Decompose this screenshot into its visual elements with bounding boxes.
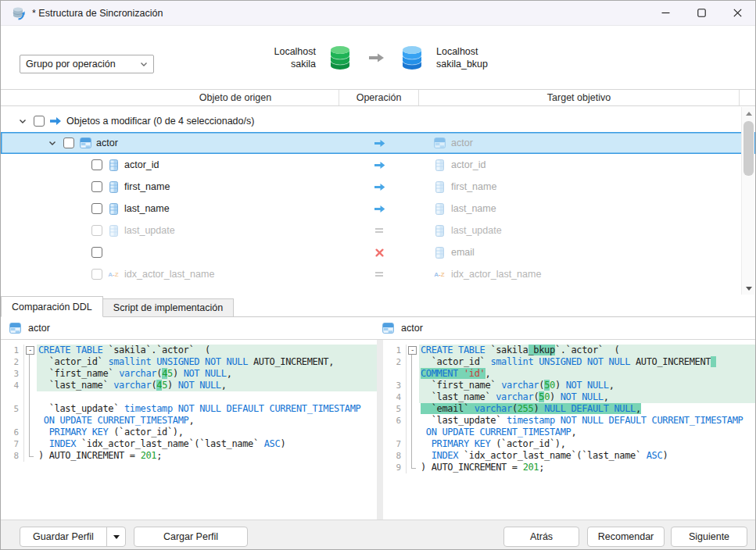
op-arrow-icon — [373, 205, 385, 213]
group-by-select[interactable]: Grupo por operación — [20, 55, 154, 73]
index-az-icon: A-Z — [107, 271, 120, 278]
database-blue-icon — [400, 45, 424, 70]
next-button[interactable]: Siguiente — [671, 527, 747, 547]
code-line: 5 `last_update` timestamp NOT NULL DEFAU… — [1, 403, 377, 415]
transfer-arrow-icon — [367, 52, 385, 64]
code-line: 2 `actor_id` smallint UNSIGNED NOT NULL … — [1, 356, 377, 368]
op-arrow-icon — [373, 183, 385, 191]
field-icon — [433, 159, 446, 171]
row-checkbox[interactable] — [91, 225, 102, 236]
scroll-down-button[interactable] — [742, 282, 755, 295]
scroll-up-button[interactable] — [742, 107, 755, 120]
group-arrow-icon — [49, 116, 62, 126]
source-object-label: actor_id — [124, 159, 159, 170]
code-line: 8) AUTO_INCREMENT = 201; — [1, 450, 377, 462]
close-button[interactable] — [719, 1, 755, 26]
tree-row[interactable]: actor_idactor_id — [1, 154, 755, 176]
tree-row[interactable]: email — [1, 241, 755, 263]
tab-deployment-script[interactable]: Script de implementación — [102, 298, 234, 317]
source-db: sakila — [231, 58, 316, 70]
table-icon — [79, 138, 91, 148]
group-by-value: Grupo por operación — [26, 59, 140, 70]
row-checkbox[interactable] — [34, 116, 45, 127]
dropdown-arrow-icon — [140, 62, 148, 67]
source-host: Localhost — [231, 45, 316, 58]
code-line: 6 `last_update` timestamp NOT NULL DEFAU… — [383, 415, 755, 427]
code-line: ON UPDATE CURRENT_TIMESTAMP, — [1, 415, 377, 427]
database-green-icon — [328, 45, 352, 70]
operation-cell — [339, 176, 419, 198]
field-icon — [433, 247, 446, 259]
target-cell: email — [433, 241, 475, 263]
tree-row[interactable]: last_namelast_name — [1, 198, 755, 220]
operation-cell — [339, 132, 419, 154]
column-header-target[interactable]: Target objetivo — [419, 90, 740, 105]
tree-row[interactable]: A-Zidx_actor_last_nameA-Zidx_actor_last_… — [1, 263, 755, 285]
save-profile-button[interactable]: Guardar Perfil — [20, 527, 106, 546]
target-ddl-editor[interactable]: 1CREATE TABLE `sakila_bkup`.`actor` (2 `… — [383, 340, 755, 521]
tree-row[interactable]: actoractor — [1, 132, 755, 154]
code-line: ON UPDATE CURRENT_TIMESTAMP, — [383, 427, 755, 438]
close-icon — [733, 9, 742, 17]
target-cell: last_name — [433, 198, 496, 220]
chevron-down-icon[interactable] — [46, 141, 59, 146]
code-line: 1CREATE TABLE `sakila`.`actor` ( — [1, 345, 377, 356]
target-object-label: actor — [451, 138, 473, 148]
load-profile-button[interactable]: Cargar Perfil — [134, 527, 248, 547]
field-icon — [433, 225, 446, 237]
connection-summary: Localhost sakila — [231, 32, 488, 84]
scrollbar-thumb[interactable] — [743, 121, 754, 176]
row-checkbox[interactable] — [63, 138, 74, 148]
source-object-label: idx_actor_last_name — [124, 269, 214, 280]
target-object-label: actor_id — [451, 159, 485, 170]
operation-cell — [339, 263, 419, 285]
panel-divider — [377, 340, 383, 521]
field-icon — [107, 225, 120, 237]
recommend-button[interactable]: Recomendar — [587, 527, 665, 547]
chevron-down-icon[interactable] — [16, 119, 29, 124]
row-checkbox[interactable] — [91, 159, 102, 170]
field-icon — [107, 203, 120, 215]
source-panel-header: actor — [9, 317, 50, 339]
code-line — [1, 391, 377, 403]
tab-ddl-comparison[interactable]: Comparación DDL — [1, 296, 103, 317]
minimize-icon — [661, 9, 670, 17]
minimize-button[interactable] — [647, 1, 683, 26]
tree-scrollbar[interactable] — [741, 107, 754, 295]
save-profile-dropdown[interactable] — [106, 527, 125, 546]
column-header-operation[interactable]: Operación — [339, 90, 419, 105]
tree-row[interactable]: first_namefirst_name — [1, 176, 755, 198]
code-line: 1CREATE TABLE `sakila_bkup`.`actor` ( — [383, 345, 755, 356]
toolbar: Grupo por operación Localhost sakila — [1, 26, 755, 89]
target-cell: A-Zidx_actor_last_name — [433, 263, 541, 285]
target-connection: Localhost sakila_bkup — [436, 45, 488, 70]
tree-row[interactable]: last_updatelast_update — [1, 220, 755, 241]
save-profile-split-button: Guardar Perfil — [20, 527, 126, 547]
target-db: sakila_bkup — [436, 58, 488, 70]
code-line: 7 INDEX `idx_actor_last_name`(`last_name… — [1, 438, 377, 450]
row-checkbox[interactable] — [91, 203, 102, 214]
code-line: 2 `actor_id` smallint UNSIGNED NOT NULL … — [383, 356, 755, 368]
source-object-label: actor — [96, 138, 118, 148]
row-checkbox[interactable] — [91, 181, 102, 192]
titlebar: * Estructura de Sincronización — [1, 1, 755, 26]
op-equal-icon — [373, 271, 385, 277]
field-icon — [433, 181, 446, 193]
back-button[interactable]: Atrás — [503, 527, 579, 547]
code-line: 9) AUTO_INCREMENT = 201; — [383, 462, 755, 473]
target-object-label: last_name — [451, 203, 496, 214]
column-header-source[interactable]: Objeto de origen — [1, 90, 339, 105]
maximize-button[interactable] — [683, 1, 719, 26]
row-checkbox[interactable] — [91, 269, 102, 280]
source-connection: Localhost sakila — [231, 45, 316, 70]
source-ddl-editor[interactable]: 1CREATE TABLE `sakila`.`actor` (2 `actor… — [1, 340, 377, 521]
app-sync-icon — [11, 6, 25, 20]
tree-row[interactable]: Objetos a modificar (0 de 4 seleccionado… — [1, 110, 755, 132]
maximize-icon — [697, 9, 706, 17]
code-line: 3 `first_name` varchar(45) NOT NULL, — [1, 368, 377, 380]
operation-cell — [339, 198, 419, 220]
code-line: 3 `first_name` varchar(50) NOT NULL, — [383, 380, 755, 391]
source-object-label: last_update — [124, 225, 175, 236]
row-checkbox[interactable] — [91, 247, 102, 258]
panel-headers: actor actor — [1, 317, 755, 340]
